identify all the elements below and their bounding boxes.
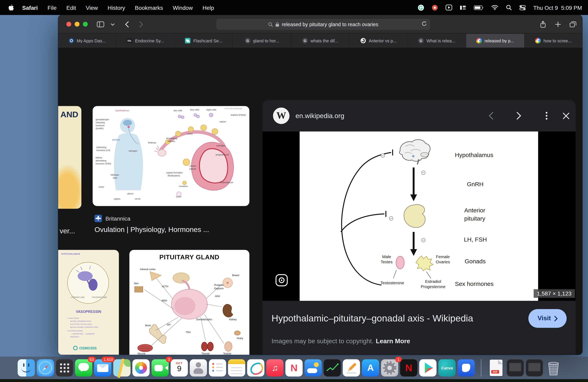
share-icon[interactable]	[538, 20, 548, 29]
hpg-axis-image[interactable]: Hypothalamus GnRH Anterior pituitary LH,…	[300, 132, 538, 301]
dock-screenshot-file-2[interactable]	[526, 359, 543, 376]
diagram-label: luteinizing	[96, 146, 106, 149]
google-lens-button[interactable]	[275, 274, 288, 287]
visit-button[interactable]: Visit	[529, 309, 567, 328]
tab-whats-the-difference[interactable]: G whats the dif...	[291, 34, 349, 48]
dock-maps-icon[interactable]	[113, 359, 130, 376]
diagram-label: zygote formation	[166, 172, 183, 174]
tab-gland-to-hormone[interactable]: G gland to hor...	[233, 34, 291, 48]
tab-released-by-pituitary-active[interactable]: released by p...	[466, 34, 525, 48]
dock-finder-icon[interactable]	[18, 359, 35, 376]
pituitary-tile-title: PITUITARY GLAND	[129, 250, 249, 261]
tab-endocrine-system[interactable]: D2L Endocrine Sy...	[116, 34, 175, 48]
window-manager-icon[interactable]	[456, 0, 470, 15]
apple-menu-icon[interactable]	[5, 4, 17, 11]
diagram-label: ovary	[99, 186, 104, 188]
menu-edit[interactable]: Edit	[62, 4, 81, 11]
menu-bar: Safari File Edit View History Bookmarks …	[0, 0, 588, 15]
dock-facetime-icon[interactable]: 3	[152, 359, 169, 376]
next-image-button[interactable]	[510, 100, 527, 132]
tab-my-apps-dashboard[interactable]: My Apps Das...	[58, 34, 116, 48]
diagram-label: eight cells	[206, 109, 216, 111]
menu-file[interactable]: File	[42, 4, 62, 11]
app-menu-safari[interactable]: Safari	[17, 4, 42, 11]
tab-flashcards[interactable]: Flashcard Se...	[175, 34, 233, 48]
spotlight-search-icon[interactable]	[502, 0, 516, 15]
dock-pdf-file-icon[interactable]: PDF	[488, 359, 505, 376]
control-center-icon[interactable]	[516, 0, 529, 15]
tab-how-to-screenshot[interactable]: how to scree...	[525, 34, 582, 48]
new-tab-icon[interactable]	[553, 20, 563, 29]
menu-window[interactable]: Window	[168, 4, 198, 11]
diagram-label: (fertilization)	[168, 174, 180, 177]
menu-view[interactable]: View	[81, 4, 103, 11]
diagram-label: BLOOD VESSEL CONSTRICTION	[70, 326, 98, 328]
dock-notes-icon[interactable]	[228, 359, 245, 376]
minimize-window-button[interactable]	[75, 22, 79, 27]
dock-google-play-icon[interactable]	[419, 359, 436, 376]
diagram-label: Thyroid	[201, 352, 210, 355]
forward-button[interactable]	[136, 20, 146, 29]
diagram-label: pituitary	[464, 215, 485, 222]
diagram-label: corpus	[189, 165, 196, 167]
media-play-icon[interactable]	[442, 0, 456, 15]
menu-history[interactable]: History	[103, 4, 130, 11]
reload-icon[interactable]	[421, 21, 427, 28]
learn-more-link[interactable]: Learn More	[376, 337, 410, 345]
zoom-window-button[interactable]	[83, 22, 88, 27]
sidebar-toggle-icon[interactable]	[96, 20, 105, 29]
close-preview-icon[interactable]	[558, 100, 574, 132]
dock-messages-icon[interactable]: 63	[75, 359, 92, 376]
diagram-label: Oxytocin	[214, 287, 224, 290]
result-title[interactable]: Ovulation | Physiology, Hormones ...	[95, 226, 209, 234]
result-thumbnail-pituitary-gland[interactable]: PITUITARY GLAND	[129, 250, 249, 355]
address-bar[interactable]: released by pituitary gland to reach ova…	[216, 19, 430, 30]
dock-netflix-icon[interactable]: N	[400, 359, 417, 376]
dock-canva-icon[interactable]: Canva	[438, 359, 456, 376]
source-site[interactable]: en.wikipedia.org	[295, 112, 344, 120]
result-source-row[interactable]: Britannica	[95, 215, 130, 222]
dock-calendar-icon[interactable]: OCT 9	[171, 359, 188, 376]
grammarly-icon[interactable]	[414, 0, 428, 15]
menu-bookmarks[interactable]: Bookmarks	[130, 4, 168, 11]
settings-badge: 1	[395, 357, 402, 362]
dock-trash-icon[interactable]	[545, 359, 562, 376]
dock-stocks-icon[interactable]	[324, 359, 341, 376]
dock-contacts-icon[interactable]	[190, 359, 207, 376]
dock-launchpad-icon[interactable]	[56, 359, 73, 376]
dock-system-settings-icon[interactable]: 1	[381, 359, 398, 376]
wikipedia-favicon: W	[273, 108, 290, 124]
diagram-label: hormone (FSH)	[96, 162, 111, 165]
dock-app-store-icon[interactable]: A	[362, 359, 379, 376]
result-thumbnail-ovulation[interactable]: hypothalamus two cells four cells eight …	[93, 106, 249, 206]
menu-help[interactable]: Help	[198, 4, 219, 11]
dock-music-icon[interactable]: ♫	[266, 359, 283, 376]
dock-safari-icon[interactable]	[37, 359, 54, 376]
close-window-button[interactable]	[66, 22, 71, 27]
dock-blue-app-icon[interactable]	[458, 359, 475, 376]
dock-weather-icon[interactable]	[305, 359, 322, 376]
dock-freeform-icon[interactable]	[247, 359, 264, 376]
dock-pages-icon[interactable]	[343, 359, 360, 376]
sidebar-chevron-down-icon[interactable]	[108, 20, 117, 29]
dock-news-icon[interactable]: N	[285, 359, 303, 376]
result-thumbnail-partial[interactable]: AND	[58, 106, 81, 209]
previous-image-button[interactable]	[483, 100, 499, 132]
dock-screenshot-file-1[interactable]	[507, 359, 524, 376]
more-options-kebab-icon[interactable]	[538, 100, 555, 132]
status-app-red-icon[interactable]	[428, 0, 441, 15]
dock-mail-icon[interactable]: 1,410	[94, 359, 111, 376]
battery-icon[interactable]	[470, 0, 487, 15]
tab-what-is-released[interactable]: G What is relea...	[408, 34, 466, 48]
tab-overview-icon[interactable]	[568, 20, 578, 29]
dock-reminders-icon[interactable]	[209, 359, 226, 376]
diagram-label: four cells	[190, 109, 199, 111]
wifi-icon[interactable]	[487, 0, 502, 15]
image-result-title[interactable]: Hypothalamic–pituitary–gonadal axis - Wi…	[272, 313, 473, 324]
back-button[interactable]	[122, 20, 132, 29]
menu-bar-clock[interactable]: Thu Oct 9 5:09 PM	[529, 4, 582, 11]
tab-anterior-vs-posterior[interactable]: Anterior vs p...	[350, 34, 408, 48]
dock-photos-icon[interactable]	[132, 359, 150, 376]
partial-result-caption[interactable]: ver...	[60, 227, 75, 235]
result-thumbnail-vasopressin[interactable]: HYPOTHALAMUS ANTERIOR LOBE POSTERIOR LOB…	[58, 250, 119, 355]
